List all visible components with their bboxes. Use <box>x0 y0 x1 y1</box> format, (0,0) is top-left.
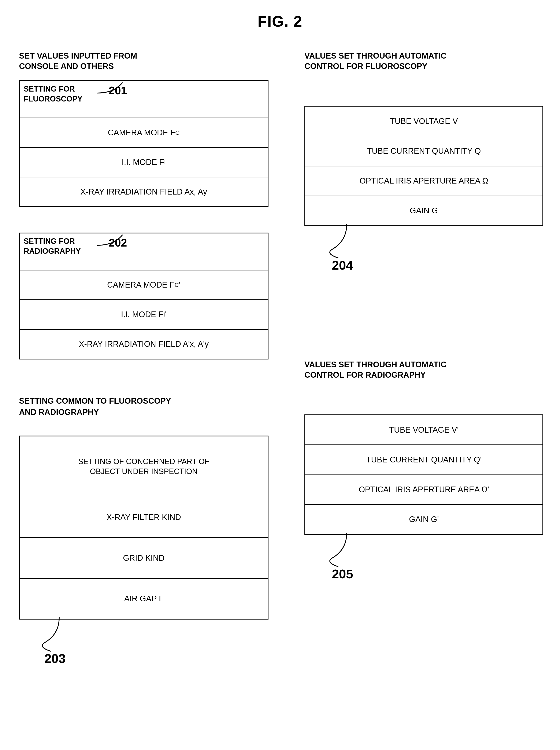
box-205-row-2: TUBE CURRENT QUANTITY Q' <box>305 445 542 475</box>
box-203-row-4: AIR GAP L <box>20 579 268 619</box>
right-col2-label: VALUES SET THROUGH AUTOMATIC CONTROL FOR… <box>304 359 446 380</box>
box-202-tag: SETTING FORRADIOGRAPHY <box>24 236 81 256</box>
box-204-row-3: OPTICAL IRIS APERTURE AREA Ω <box>305 166 542 196</box>
box-205: TUBE VOLTAGE V' TUBE CURRENT QUANTITY Q'… <box>304 414 543 535</box>
box-201-row-3: X-RAY IRRADIATION FIELD Ax, Ay <box>20 177 268 206</box>
box-204-row-4: GAIN G <box>305 196 542 225</box>
box-203-label: SETTING COMMON TO FLUOROSCOPYAND RADIOGR… <box>19 395 171 418</box>
number-204: 204 <box>332 258 353 273</box>
box-201: SETTING FORFLUOROSCOPY 201 CAMERA MODE F… <box>19 80 268 207</box>
box-203-row-1: SETTING OF CONCERNED PART OFOBJECT UNDER… <box>20 436 268 497</box>
box-204: TUBE VOLTAGE V TUBE CURRENT QUANTITY Q O… <box>304 106 543 226</box>
box-205-row-4: GAIN G' <box>305 505 542 534</box>
box-202-row-2: I.I. MODE FI' <box>20 300 268 330</box>
box-203: SETTING OF CONCERNED PART OFOBJECT UNDER… <box>19 436 268 619</box>
box-201-row-1: CAMERA MODE FC <box>20 118 268 148</box>
box-205-row-3: OPTICAL IRIS APERTURE AREA Ω' <box>305 475 542 505</box>
box-201-number: 201 <box>109 84 127 97</box>
box-202-row-3: X-RAY IRRADIATION FIELD A'x, A'y <box>20 330 268 359</box>
box-205-row-1: TUBE VOLTAGE V' <box>305 415 542 445</box>
left-column-label: SET VALUES INPUTTED FROM CONSOLE AND OTH… <box>19 51 137 72</box>
box-203-row-3: GRID KIND <box>20 538 268 578</box>
number-203: 203 <box>44 651 65 666</box>
right-col1-label: VALUES SET THROUGH AUTOMATIC CONTROL FOR… <box>304 51 446 72</box>
box-204-row-2: TUBE CURRENT QUANTITY Q <box>305 136 542 166</box>
number-205: 205 <box>332 567 353 581</box>
box-201-row-2: I.I. MODE FI <box>20 148 268 177</box>
box-204-row-1: TUBE VOLTAGE V <box>305 106 542 136</box>
box-202: SETTING FORRADIOGRAPHY 202 CAMERA MODE F… <box>19 233 268 359</box>
box-202-number: 202 <box>109 236 127 249</box>
box-203-row-2: X-RAY FILTER KIND <box>20 497 268 538</box>
box-201-tag: SETTING FORFLUOROSCOPY <box>24 84 82 104</box>
box-202-row-1: CAMERA MODE FC' <box>20 271 268 300</box>
page-title: FIG. 2 <box>258 13 302 30</box>
